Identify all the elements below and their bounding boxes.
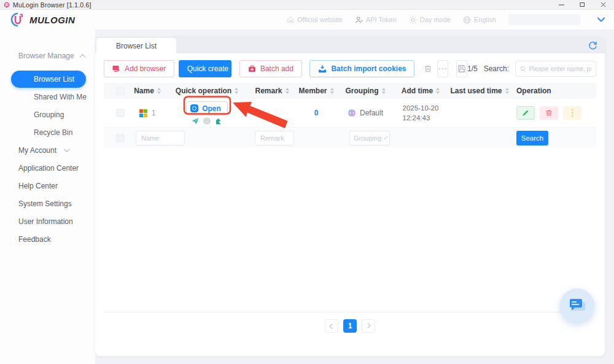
chevron-down-icon bbox=[64, 146, 70, 152]
rocket-icon[interactable] bbox=[192, 117, 199, 125]
profile-name-cell: 1 bbox=[139, 109, 156, 117]
sort-grouping[interactable] bbox=[382, 88, 386, 94]
refresh-icon[interactable] bbox=[586, 39, 599, 52]
ellipsis-icon bbox=[439, 68, 447, 70]
mulogin-logo-icon bbox=[10, 12, 26, 28]
search-icon bbox=[520, 66, 526, 72]
browser-table: Name Quick operation Remark Member Group… bbox=[104, 83, 596, 148]
quick-create-button[interactable]: Quick create bbox=[179, 60, 232, 77]
member-count[interactable]: 0 bbox=[314, 109, 319, 117]
fingerprint-icon[interactable] bbox=[203, 117, 211, 125]
sort-add-time[interactable] bbox=[436, 88, 440, 94]
filter-remark-input[interactable] bbox=[255, 131, 294, 145]
titlebar: MuLogin Browser [1.1.0.6] bbox=[0, 0, 614, 10]
table-header-row: Name Quick operation Remark Member Group… bbox=[104, 83, 596, 99]
sidebar: Browser Manage Browser List Shared With … bbox=[0, 29, 95, 364]
edit-button[interactable] bbox=[516, 106, 535, 120]
brand-logo: MULOGIN bbox=[10, 12, 75, 28]
top-nav: Official website API Token Day mode Engl… bbox=[287, 14, 605, 25]
api-token-link[interactable]: API Token bbox=[355, 16, 397, 24]
add-time-cell: 2025-10-20 12:24:43 bbox=[403, 103, 439, 123]
filter-grouping-select[interactable]: Grouping bbox=[349, 131, 390, 145]
tab-browser-list[interactable]: Browser List bbox=[96, 38, 176, 53]
window-title: MuLogin Browser [1.1.0.6] bbox=[13, 1, 91, 9]
sidebar-item-shared-with-me[interactable]: Shared With Me bbox=[0, 88, 95, 106]
grouping-cell: Default bbox=[348, 109, 383, 117]
prev-page-button[interactable] bbox=[325, 319, 338, 333]
browser-icon bbox=[190, 104, 198, 112]
tab-strip: Browser List bbox=[95, 37, 605, 53]
app-logo-icon bbox=[4, 2, 10, 8]
sidebar-item-application-center[interactable]: Application Center bbox=[0, 159, 95, 177]
current-page-button[interactable]: 1 bbox=[343, 319, 357, 333]
filter-row: Grouping Search bbox=[104, 127, 596, 148]
account-dropdown[interactable] bbox=[508, 14, 581, 25]
row-more-button[interactable] bbox=[563, 106, 581, 120]
batch-add-icon bbox=[248, 65, 256, 72]
profile-name: 1 bbox=[152, 109, 156, 117]
filter-checkbox bbox=[116, 134, 125, 142]
chevron-up-icon bbox=[79, 53, 85, 60]
delete-selected-button[interactable] bbox=[422, 60, 433, 77]
official-website-link[interactable]: Official website bbox=[287, 16, 343, 23]
sidebar-item-recycle-bin[interactable]: Recycle Bin bbox=[0, 123, 95, 141]
save-layout-button[interactable] bbox=[456, 60, 467, 77]
chevron-down-icon[interactable] bbox=[597, 17, 605, 23]
next-page-button[interactable] bbox=[362, 319, 375, 333]
day-mode-toggle[interactable]: Day mode bbox=[409, 16, 451, 24]
operation-cell bbox=[516, 106, 581, 120]
grouping-value: Default bbox=[360, 109, 383, 117]
app-header: MULOGIN Official website API Token Day m… bbox=[0, 10, 614, 29]
batch-import-cookies-button[interactable]: Batch import cookies bbox=[309, 60, 414, 77]
more-actions-button[interactable] bbox=[437, 60, 448, 77]
minimize-icon[interactable] bbox=[558, 2, 565, 8]
close-icon[interactable] bbox=[599, 2, 607, 8]
group-globe-icon bbox=[348, 109, 356, 117]
delete-button[interactable] bbox=[540, 106, 558, 120]
pagination: 1 bbox=[95, 319, 605, 333]
trash-icon bbox=[545, 109, 553, 117]
pencil-icon bbox=[522, 109, 529, 117]
home-icon bbox=[287, 16, 294, 23]
sort-last-used-time[interactable] bbox=[505, 88, 509, 94]
floppy-disk-icon bbox=[457, 64, 466, 73]
batch-add-button[interactable]: Batch add bbox=[239, 60, 302, 77]
mulogin-window: MuLogin Browser [1.1.0.6] MULOGIN Offici… bbox=[0, 0, 614, 364]
filter-name-input[interactable] bbox=[136, 131, 185, 145]
sidebar-item-feedback[interactable]: Feedback bbox=[0, 230, 95, 248]
language-selector[interactable]: English bbox=[463, 16, 496, 24]
sort-quick-operation[interactable] bbox=[235, 88, 238, 94]
select-all-checkbox[interactable] bbox=[116, 87, 125, 95]
extension-puzzle-icon[interactable] bbox=[215, 117, 222, 125]
customer-service-button[interactable] bbox=[560, 288, 594, 323]
quick-operation-cell: Open bbox=[186, 101, 228, 125]
search-label: Search: bbox=[484, 64, 509, 73]
chat-icon bbox=[568, 297, 586, 314]
divider bbox=[104, 312, 589, 312]
sort-remark[interactable] bbox=[286, 88, 289, 94]
filter-search-button[interactable]: Search bbox=[516, 131, 548, 145]
open-browser-button[interactable]: Open bbox=[186, 101, 228, 115]
chevron-down-icon bbox=[384, 135, 387, 139]
sort-member[interactable] bbox=[330, 88, 334, 94]
import-icon bbox=[318, 65, 327, 73]
sun-icon bbox=[409, 16, 417, 24]
sidebar-item-browser-list[interactable]: Browser List bbox=[11, 71, 86, 88]
sidebar-item-user-information[interactable]: User Information bbox=[0, 212, 95, 230]
sort-name[interactable] bbox=[157, 88, 161, 94]
sidebar-item-my-account[interactable]: My Account bbox=[0, 141, 95, 159]
add-browser-button[interactable]: Add browser bbox=[104, 60, 174, 77]
trash-icon bbox=[424, 64, 432, 73]
sidebar-item-grouping[interactable]: Grouping bbox=[0, 106, 95, 123]
chevron-right-icon bbox=[365, 323, 370, 328]
search-input[interactable] bbox=[529, 65, 591, 72]
maximize-icon[interactable] bbox=[578, 2, 586, 8]
chevron-left-icon bbox=[329, 323, 334, 328]
selection-count: 1/5 bbox=[467, 64, 478, 73]
row-checkbox[interactable] bbox=[116, 109, 125, 117]
vertical-dots-icon bbox=[572, 109, 573, 117]
sidebar-item-help-center[interactable]: Help Center bbox=[0, 177, 95, 195]
sidebar-item-system-settings[interactable]: System Settings bbox=[0, 195, 95, 212]
globe-icon bbox=[463, 16, 471, 24]
sidebar-section-browser-manage[interactable]: Browser Manage bbox=[0, 47, 95, 65]
